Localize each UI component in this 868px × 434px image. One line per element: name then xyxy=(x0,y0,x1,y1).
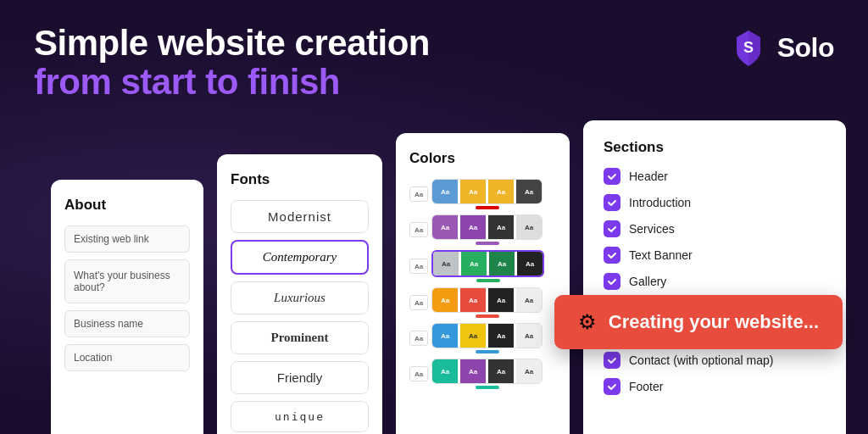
about-field-weblink[interactable]: Existing web link xyxy=(64,225,190,253)
section-item-contact[interactable]: Contact (with optional map) xyxy=(604,352,826,369)
swatch: Aa xyxy=(460,288,486,312)
checkbox-services[interactable] xyxy=(604,220,620,237)
swatch: Aa xyxy=(489,252,515,275)
color-group-2[interactable]: Aa Aa Aa Aa xyxy=(431,214,542,240)
swatch: Aa xyxy=(516,359,542,383)
svg-text:S: S xyxy=(743,39,754,56)
color-row-2[interactable]: Aa Aa Aa Aa Aa xyxy=(409,214,556,245)
checkbox-text-banner[interactable] xyxy=(604,247,620,264)
color-swatch-aa: Aa xyxy=(409,259,428,274)
section-item-introduction[interactable]: Introduction xyxy=(604,194,826,211)
color-group-4[interactable]: Aa Aa Aa Aa xyxy=(431,287,542,313)
color-row-3[interactable]: Aa Aa Aa Aa Aa xyxy=(409,250,556,282)
color-swatch-aa: Aa xyxy=(409,295,428,310)
swatch: Aa xyxy=(488,359,514,383)
color-indicator xyxy=(476,206,499,209)
font-item-unique[interactable]: unique xyxy=(231,401,369,432)
font-item-luxurious[interactable]: Luxurious xyxy=(231,281,369,314)
checkbox-introduction[interactable] xyxy=(604,194,620,211)
color-swatch-aa: Aa xyxy=(409,222,428,237)
color-swatch-aa: Aa xyxy=(409,186,428,202)
font-item-prominent[interactable]: Prominent xyxy=(231,321,369,354)
headline-line2: from start to finish xyxy=(34,63,728,102)
toast-message: Creating your website... xyxy=(609,311,819,333)
color-row-1[interactable]: Aa Aa Aa Aa Aa xyxy=(409,179,556,209)
color-swatch-aa: Aa xyxy=(409,366,428,381)
swatch: Aa xyxy=(432,359,458,383)
header: Simple website creation from start to fi… xyxy=(0,0,868,102)
color-indicator xyxy=(476,279,500,282)
section-label-contact: Contact (with optional map) xyxy=(629,353,773,367)
section-label-services: Services xyxy=(629,222,675,236)
loading-icon: ⚙ xyxy=(578,310,597,334)
logo-icon: S xyxy=(728,27,769,68)
swatch: Aa xyxy=(517,252,542,275)
color-row-6[interactable]: Aa Aa Aa Aa Aa xyxy=(409,359,556,389)
checkbox-header[interactable] xyxy=(604,168,620,185)
color-group-6[interactable]: Aa Aa Aa Aa xyxy=(431,359,542,384)
about-field-location[interactable]: Location xyxy=(64,344,190,371)
checkbox-footer[interactable] xyxy=(604,378,620,395)
about-field-business-name[interactable]: Business name xyxy=(64,310,190,337)
card-colors: Colors Aa Aa Aa Aa Aa Aa Aa Aa Aa xyxy=(396,133,570,434)
swatch: Aa xyxy=(516,180,542,203)
headline: Simple website creation from start to fi… xyxy=(34,24,728,102)
fonts-card-title: Fonts xyxy=(231,171,369,188)
swatch: Aa xyxy=(460,215,486,239)
color-indicator xyxy=(476,314,499,318)
swatch: Aa xyxy=(488,180,514,203)
swatch: Aa xyxy=(488,288,514,312)
swatch: Aa xyxy=(516,215,542,239)
section-label-header: Header xyxy=(629,170,668,183)
cards-container: About Existing web link What's your busi… xyxy=(51,120,834,434)
section-item-header[interactable]: Header xyxy=(604,168,826,185)
section-item-footer[interactable]: Footer xyxy=(604,378,826,395)
color-group-3-selected[interactable]: Aa Aa Aa Aa xyxy=(431,250,544,277)
color-indicator xyxy=(476,386,499,389)
about-field-business-about[interactable]: What's your business about? xyxy=(64,259,190,303)
colors-card-title: Colors xyxy=(409,150,556,167)
toast-notification: ⚙ Creating your website... xyxy=(554,295,843,349)
color-swatch-aa: Aa xyxy=(409,331,428,346)
color-group-5[interactable]: Aa Aa Aa Aa xyxy=(431,323,542,348)
swatch: Aa xyxy=(460,180,486,203)
card-fonts: Fonts Modernist Contemporary Luxurious P… xyxy=(217,154,382,434)
section-label-footer: Footer xyxy=(629,380,663,393)
logo-text: Solo xyxy=(777,32,834,64)
swatch: Aa xyxy=(432,180,458,203)
swatch: Aa xyxy=(432,324,458,348)
font-item-modernist[interactable]: Modernist xyxy=(231,200,369,233)
section-label-text-banner: Text Banner xyxy=(629,248,693,262)
section-item-services[interactable]: Services xyxy=(604,220,826,237)
swatch: Aa xyxy=(516,288,542,312)
color-row-4[interactable]: Aa Aa Aa Aa Aa xyxy=(409,287,556,318)
color-group-1[interactable]: Aa Aa Aa Aa xyxy=(431,179,542,204)
sections-card-title: Sections xyxy=(604,139,826,156)
color-indicator xyxy=(476,350,499,353)
headline-line1: Simple website creation xyxy=(34,24,728,63)
swatch: Aa xyxy=(488,324,514,348)
font-item-contemporary[interactable]: Contemporary xyxy=(231,240,369,275)
section-item-text-banner[interactable]: Text Banner xyxy=(604,247,826,264)
swatch: Aa xyxy=(516,324,542,348)
swatch: Aa xyxy=(461,252,487,275)
section-label-introduction: Introduction xyxy=(629,196,691,209)
card-about: About Existing web link What's your busi… xyxy=(51,180,203,434)
swatch: Aa xyxy=(460,359,486,383)
section-item-gallery[interactable]: Gallery xyxy=(604,273,826,290)
checkbox-gallery[interactable] xyxy=(604,273,620,290)
color-row-5[interactable]: Aa Aa Aa Aa Aa xyxy=(409,323,556,353)
card-sections: Sections Header Introduction Services Te… xyxy=(583,120,846,434)
color-indicator xyxy=(476,242,499,245)
swatch: Aa xyxy=(433,252,459,275)
swatch: Aa xyxy=(488,215,514,239)
checkbox-contact[interactable] xyxy=(604,352,620,369)
about-card-title: About xyxy=(64,197,190,214)
section-label-gallery: Gallery xyxy=(629,275,666,288)
swatch: Aa xyxy=(432,215,458,239)
font-item-friendly[interactable]: Friendly xyxy=(231,361,369,394)
swatch: Aa xyxy=(432,288,458,312)
logo: S Solo xyxy=(728,24,834,68)
swatch: Aa xyxy=(460,324,486,348)
